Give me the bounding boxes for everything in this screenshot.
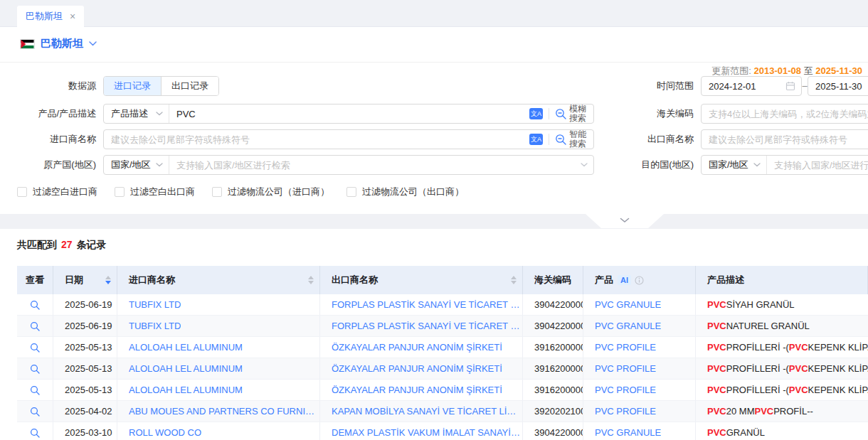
product-link[interactable]: PVC PROFILE bbox=[595, 342, 656, 353]
country-header[interactable]: 巴勒斯坦 bbox=[20, 37, 97, 50]
exporter-link[interactable]: ÖZKAYALAR PANJUR ANONİM ŞİRKETİ bbox=[332, 342, 502, 353]
exporter-link[interactable]: DEMAX PLASTİK VAKUM İMALAT SANAYİ V... bbox=[332, 427, 522, 438]
calendar-icon[interactable] bbox=[780, 81, 801, 91]
update-range-to: 至 bbox=[804, 65, 813, 76]
smart-search-label: 智能搜索 bbox=[569, 130, 588, 149]
origin-country-select[interactable]: 国家/地区 bbox=[104, 156, 169, 174]
exporter-link[interactable]: FORPLAS PLASTİK SANAYİ VE TİCARET LİMİ..… bbox=[332, 299, 522, 310]
header-exporter[interactable]: 出口商名称 bbox=[320, 266, 523, 294]
description-text: PROFİLLERİ -( bbox=[726, 385, 789, 395]
time-range-end-input[interactable] bbox=[808, 77, 868, 95]
checkbox-icon[interactable] bbox=[346, 187, 356, 197]
view-record-button[interactable] bbox=[17, 337, 53, 358]
exporter-box bbox=[701, 129, 868, 149]
chevron-down-icon[interactable] bbox=[89, 41, 97, 46]
hs-code-input[interactable] bbox=[702, 104, 868, 123]
keyword-highlight: PVC bbox=[707, 406, 726, 417]
checkbox-icon[interactable] bbox=[115, 187, 125, 197]
destination-country-select[interactable]: 国家/地区 bbox=[702, 156, 767, 174]
importer-input[interactable] bbox=[104, 130, 524, 149]
tab-palestine[interactable]: 巴勒斯坦 × bbox=[17, 6, 84, 27]
description-text: PROFİL-- bbox=[773, 406, 813, 417]
importer-link[interactable]: ALOLOAH LEL ALUMINUM bbox=[129, 342, 243, 353]
filter-checkbox-3[interactable]: 过滤物流公司（出口商） bbox=[346, 186, 464, 198]
view-record-button[interactable] bbox=[17, 422, 53, 440]
importer-link[interactable]: TUBFIX LTD bbox=[129, 299, 181, 310]
product-type-select[interactable]: 产品描述 bbox=[104, 104, 169, 123]
view-record-button[interactable] bbox=[17, 316, 53, 336]
tab-close-icon[interactable]: × bbox=[70, 11, 75, 21]
magnifier-icon bbox=[30, 300, 40, 310]
view-record-button[interactable] bbox=[17, 358, 53, 379]
info-icon[interactable] bbox=[635, 276, 644, 285]
product-cell: PVC PROFILE bbox=[583, 358, 696, 379]
exporter-link[interactable]: FORPLAS PLASTİK SANAYİ VE TİCARET LİMİ..… bbox=[332, 321, 522, 331]
header-date[interactable]: 日期 bbox=[53, 266, 117, 294]
exporter-input[interactable] bbox=[702, 130, 868, 149]
exporter-link[interactable]: ÖZKAYALAR PANJUR ANONİM ŞİRKETİ bbox=[332, 363, 502, 374]
translate-icon[interactable]: 文A bbox=[529, 134, 543, 145]
importer-link[interactable]: ALOLOAH LEL ALUMINUM bbox=[129, 385, 243, 395]
destination-select-value: 国家/地区 bbox=[709, 159, 748, 171]
product-link[interactable]: PVC GRANULE bbox=[595, 427, 661, 438]
filter-checkbox-1[interactable]: 过滤空白出口商 bbox=[115, 186, 195, 198]
importer-cell: ROLL WOOD CO bbox=[117, 422, 320, 440]
importer-link[interactable]: ABU MOUES AND PARTNERS CO FURNITURE bbox=[129, 406, 319, 417]
importer-link[interactable]: ROLL WOOD CO bbox=[129, 427, 201, 438]
time-range-start-input[interactable] bbox=[702, 77, 780, 95]
filter-checkboxes: 过滤空白进口商过滤空白出口商过滤物流公司（进口商）过滤物流公司（出口商） bbox=[17, 186, 464, 198]
importer-cell: ALOLOAH LEL ALUMINUM bbox=[117, 380, 320, 400]
product-link[interactable]: PVC PROFILE bbox=[595, 363, 656, 374]
product-link[interactable]: PVC PROFILE bbox=[595, 385, 656, 395]
translate-icon[interactable]: 文A bbox=[529, 108, 543, 119]
sort-desc-icon[interactable] bbox=[105, 281, 111, 284]
header-label: 查看 bbox=[26, 274, 44, 286]
magnifier-icon bbox=[30, 428, 40, 438]
sort-asc-icon[interactable] bbox=[511, 276, 517, 279]
origin-input[interactable] bbox=[169, 156, 575, 174]
importer-link[interactable]: ALOLOAH LEL ALUMINUM bbox=[129, 363, 243, 374]
smart-search-button[interactable]: 智能搜索 bbox=[555, 130, 588, 149]
product-cell: PVC PROFILE bbox=[583, 380, 696, 400]
time-range-label: 时间范围 bbox=[601, 76, 694, 96]
checkbox-icon[interactable] bbox=[17, 187, 27, 197]
importer-link[interactable]: TUBFIX LTD bbox=[129, 321, 181, 331]
import-records-option[interactable]: 进口记录 bbox=[104, 77, 161, 95]
chevron-down-icon[interactable] bbox=[575, 163, 593, 167]
checkbox-icon[interactable] bbox=[212, 187, 222, 197]
exporter-link[interactable]: ÖZKAYALAR PANJUR ANONİM ŞİRKETİ bbox=[332, 385, 502, 395]
sort-asc-icon[interactable] bbox=[105, 276, 111, 279]
exporter-link[interactable]: KAPAN MOBİLYA SANAYİ VE TİCARET LİMİT... bbox=[332, 406, 522, 417]
sort-desc-icon[interactable] bbox=[511, 281, 517, 284]
header-importer[interactable]: 进口商名称 bbox=[117, 266, 320, 294]
sort-toggle[interactable] bbox=[511, 276, 517, 284]
export-records-option[interactable]: 出口记录 bbox=[161, 77, 218, 95]
filter-checkbox-2[interactable]: 过滤物流公司（进口商） bbox=[212, 186, 329, 198]
importer-label: 进口商名称 bbox=[0, 129, 96, 149]
importer-cell: TUBFIX LTD bbox=[117, 294, 320, 315]
origin-select-value: 国家/地区 bbox=[111, 159, 151, 171]
checkbox-label: 过滤物流公司（进口商） bbox=[228, 186, 329, 198]
suffix-divider bbox=[549, 134, 549, 145]
view-record-button[interactable] bbox=[17, 401, 53, 422]
product-link[interactable]: PVC PROFILE bbox=[595, 406, 656, 417]
filter-checkbox-0[interactable]: 过滤空白进口商 bbox=[17, 186, 97, 198]
view-record-button[interactable] bbox=[17, 380, 53, 400]
sort-asc-icon[interactable] bbox=[308, 276, 314, 279]
header-label: 产品 bbox=[595, 274, 613, 286]
description-text: SİYAH GRANÜL bbox=[726, 299, 795, 310]
view-record-button[interactable] bbox=[17, 294, 53, 315]
results-summary: 共匹配到27条记录 bbox=[17, 239, 107, 252]
exporter-cell: FORPLAS PLASTİK SANAYİ VE TİCARET LİMİ..… bbox=[320, 294, 523, 315]
sort-toggle[interactable] bbox=[105, 276, 111, 284]
date-cell: 2025-03-10 bbox=[53, 422, 117, 440]
search-icon bbox=[555, 134, 567, 146]
product-link[interactable]: PVC GRANULE bbox=[595, 321, 661, 331]
product-link[interactable]: PVC GRANULE bbox=[595, 299, 661, 310]
product-input[interactable] bbox=[169, 104, 524, 123]
fuzzy-search-button[interactable]: 模糊搜索 bbox=[555, 104, 588, 123]
destination-input[interactable] bbox=[767, 156, 868, 174]
sort-toggle[interactable] bbox=[308, 276, 314, 284]
sort-desc-icon[interactable] bbox=[308, 281, 314, 284]
checkbox-label: 过滤物流公司（出口商） bbox=[362, 186, 464, 198]
